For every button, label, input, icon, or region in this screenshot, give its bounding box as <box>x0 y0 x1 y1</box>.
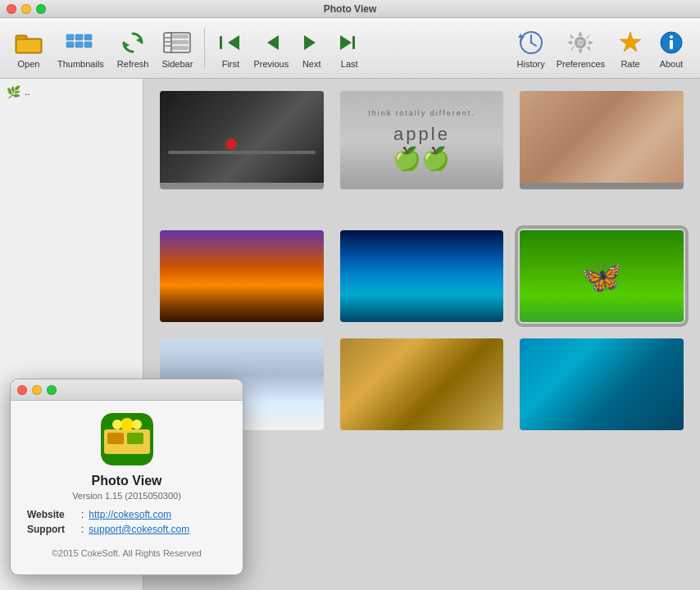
open-label: Open <box>18 59 40 69</box>
window-controls[interactable] <box>7 4 46 14</box>
apple-emoji: 🍏🍏 <box>393 145 450 172</box>
sidebar-item-label: .. <box>25 86 30 98</box>
support-email[interactable]: support@cokesoft.com <box>89 524 189 535</box>
sidebar-icon <box>162 28 192 57</box>
history-label: History <box>517 59 545 69</box>
about-website-row: Website : http://cokesoft.com <box>27 509 226 520</box>
last-button[interactable]: Last <box>330 21 368 75</box>
nav-group: First Previous Next <box>211 21 368 75</box>
svg-marker-9 <box>136 37 142 43</box>
about-label: About <box>660 59 684 69</box>
photo-eyes-img <box>520 338 684 430</box>
svg-rect-4 <box>75 34 83 40</box>
sidebar-label: Sidebar <box>161 59 193 69</box>
folder-icon: 🌿 <box>7 85 20 98</box>
svg-point-43 <box>132 420 142 429</box>
about-version: Version 1.15 (2015050300) <box>72 491 181 501</box>
red-dot <box>225 138 237 150</box>
svg-point-42 <box>112 420 122 429</box>
svg-rect-2 <box>17 40 40 52</box>
thumbnails-button[interactable]: Thumbnails <box>52 21 109 75</box>
minimize-button[interactable] <box>21 4 31 14</box>
svg-marker-20 <box>228 35 239 50</box>
preferences-button[interactable]: Preferences <box>552 21 610 75</box>
previous-button[interactable]: Previous <box>249 21 293 75</box>
first-label: First <box>222 59 239 69</box>
svg-rect-5 <box>84 34 92 40</box>
apple-tagline: think totally different. <box>368 109 475 117</box>
svg-rect-17 <box>172 40 189 44</box>
website-url[interactable]: http://cokesoft.com <box>89 509 171 520</box>
sidebar-button[interactable]: Sidebar <box>157 21 198 75</box>
photo-tattoo-img <box>520 91 684 183</box>
preferences-label: Preferences <box>557 59 605 69</box>
about-button[interactable]: About <box>651 21 692 75</box>
title-bar: Photo View <box>0 0 700 18</box>
svg-rect-18 <box>172 46 189 50</box>
about-min-button[interactable] <box>32 385 42 395</box>
next-label: Next <box>302 59 321 69</box>
photo-butterfly[interactable]: 🦋 <box>520 230 684 322</box>
thumbnails-label: Thumbnails <box>57 59 104 69</box>
photo-tattoo[interactable] <box>520 91 684 189</box>
colon-2: : <box>81 524 84 535</box>
photo-autumn[interactable] <box>160 230 324 322</box>
last-icon <box>334 28 364 57</box>
spacer-row2 <box>340 206 504 214</box>
first-icon <box>216 28 245 57</box>
open-icon <box>14 28 43 57</box>
preferences-icon <box>566 28 595 57</box>
about-close-button[interactable] <box>17 385 27 395</box>
spacer-row <box>160 206 324 214</box>
about-content: Photo View Version 1.15 (2015050300) Web… <box>11 401 243 574</box>
svg-rect-24 <box>352 36 355 49</box>
svg-rect-8 <box>84 42 92 48</box>
close-button[interactable] <box>7 4 16 14</box>
refresh-icon <box>118 28 148 57</box>
apple-brand: apple <box>393 124 450 145</box>
photo-pier-img <box>340 230 504 322</box>
next-button[interactable]: Next <box>293 21 330 75</box>
right-group: History Prefere <box>511 21 692 75</box>
separator-1 <box>204 28 205 69</box>
svg-rect-36 <box>670 40 673 49</box>
svg-rect-40 <box>127 433 143 444</box>
previous-icon <box>257 28 286 57</box>
refresh-label: Refresh <box>117 59 149 69</box>
open-button[interactable]: Open <box>8 21 49 75</box>
svg-rect-19 <box>220 36 222 49</box>
last-label: Last <box>341 59 358 69</box>
refresh-button[interactable]: Refresh <box>112 21 154 75</box>
history-button[interactable]: History <box>511 21 552 75</box>
photo-pier[interactable] <box>340 230 504 322</box>
about-app-icon <box>101 413 153 465</box>
sidebar-item-parent[interactable]: 🌿 .. <box>0 83 143 101</box>
rate-icon <box>616 28 645 57</box>
support-label: Support <box>27 524 76 535</box>
toolbar: Open Thumbnails Refresh <box>0 18 700 79</box>
photo-butterfly-img: 🦋 <box>520 230 684 322</box>
history-icon <box>516 28 546 57</box>
about-icon <box>657 28 686 57</box>
rate-button[interactable]: Rate <box>610 21 651 75</box>
app-title: Photo View <box>324 3 376 15</box>
svg-rect-1 <box>16 35 27 40</box>
about-dialog: Photo View Version 1.15 (2015050300) Web… <box>10 379 243 575</box>
previous-label: Previous <box>253 59 289 69</box>
svg-rect-3 <box>66 34 74 40</box>
svg-marker-33 <box>620 32 641 52</box>
about-footer: ©2015 CokeSoft. All Rights Reserved <box>52 548 202 558</box>
photo-girl[interactable] <box>340 338 504 430</box>
photo-eyes[interactable] <box>520 338 684 430</box>
maximize-button[interactable] <box>36 4 46 14</box>
spacer-row3 <box>520 206 684 214</box>
about-max-button[interactable] <box>47 385 57 395</box>
first-button[interactable]: First <box>211 21 249 75</box>
photo-flute[interactable] <box>160 91 324 189</box>
svg-marker-21 <box>267 35 279 50</box>
svg-line-27 <box>531 43 536 46</box>
photo-apple[interactable]: think totally different. apple 🍏🍏 <box>340 91 504 189</box>
website-label: Website <box>27 509 76 520</box>
colon-1: : <box>81 509 84 520</box>
svg-rect-6 <box>66 42 74 48</box>
